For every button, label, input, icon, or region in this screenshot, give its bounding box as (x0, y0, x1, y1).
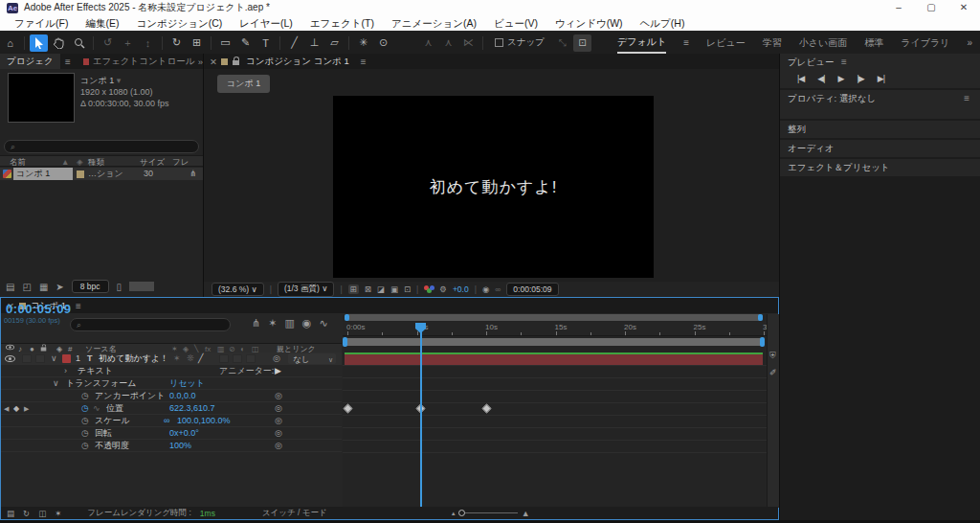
status-toggle-2-icon[interactable]: ↻ (23, 509, 30, 518)
zoom-in-mountain-icon[interactable]: ▲ (522, 509, 530, 518)
clone-stamp-tool-icon[interactable]: ⊥ (305, 34, 323, 52)
timeline-navigator-bar[interactable] (345, 314, 763, 321)
mask-visibility-icon[interactable]: ◪ (377, 284, 385, 294)
workspace-menu-icon[interactable]: ≡ (683, 37, 689, 48)
zoom-out-mountain-icon[interactable]: ▲ (451, 511, 457, 516)
comp-viewer-tab[interactable]: コンポ 1 (217, 75, 270, 93)
transform-group-row[interactable]: ∨ トランスフォーム リセット (1, 377, 342, 390)
time-ruler[interactable]: 0:00s05s10s15s20s25s30s (343, 322, 767, 336)
frame-blending-icon[interactable]: ▥ (284, 317, 294, 330)
anchor-pickwhip-icon[interactable]: ◎ (275, 390, 282, 402)
motion-blur-icon[interactable]: ◉ (302, 317, 312, 330)
exposure-value[interactable]: +0.0 (453, 284, 469, 294)
parent-dropdown[interactable]: なし∨ (288, 353, 336, 364)
properties-panel-menu-icon[interactable]: ≡ (964, 90, 969, 107)
layer-audio-box[interactable] (22, 354, 32, 363)
layer-box-1[interactable] (219, 354, 229, 363)
opacity-stopwatch-icon[interactable]: ◷ (81, 440, 89, 452)
status-toggle-4-icon[interactable]: ✶ (55, 509, 61, 518)
align-panel-header[interactable]: 整列 (780, 121, 980, 138)
roto-brush-tool-icon[interactable]: ✳ (354, 34, 372, 52)
project-settings-icon[interactable]: ➤ (56, 282, 63, 292)
workspace-tab-2[interactable]: 学習 (763, 34, 782, 53)
flyout-arrow-icon[interactable]: ▾ (117, 76, 122, 85)
preview-panel-menu-icon[interactable]: ≡ (841, 57, 847, 67)
text-group-label[interactable]: テキスト (78, 365, 113, 377)
menu-item-6[interactable]: ビュー(V) (485, 15, 546, 31)
layer-solo-box[interactable] (35, 354, 45, 363)
timeline-panel-menu-icon[interactable]: ≡ (76, 301, 81, 311)
menu-item-0[interactable]: ファイル(F) (6, 15, 77, 31)
menu-item-4[interactable]: エフェクト(T) (301, 15, 383, 31)
brush-tool-icon[interactable]: ╱ (285, 34, 303, 52)
exposure-gear-icon[interactable]: ⚙ (439, 284, 447, 294)
comp-marker-icon[interactable]: ✐ (769, 368, 777, 377)
play-icon[interactable]: ▶ (838, 74, 844, 83)
selection-tool-icon[interactable] (30, 34, 48, 52)
local-axis-mode-icon[interactable]: ⋏ (419, 34, 437, 52)
snapshot-camera-icon[interactable]: ◉ (482, 284, 489, 294)
layer-visibility-icon[interactable] (5, 355, 15, 362)
sort-arrow-icon[interactable]: ▲ (61, 157, 69, 167)
menu-item-2[interactable]: コンポジション(C) (127, 15, 231, 31)
layer-label-color[interactable] (62, 354, 71, 363)
shrink-icon[interactable]: ⤡ (553, 34, 571, 52)
rectangle-tool-icon[interactable]: ▭ (216, 34, 234, 52)
previous-frame-icon[interactable]: ◀| (817, 74, 824, 83)
scale-label[interactable]: スケール (95, 415, 130, 427)
position-label[interactable]: 位置 (106, 402, 123, 415)
project-scrollbar[interactable] (129, 282, 154, 291)
pan-camera-tool-icon[interactable]: + (119, 34, 137, 52)
rotation-label[interactable]: 回転 (95, 427, 112, 440)
project-row-name[interactable]: コンポ 1 (13, 168, 73, 180)
tab-project[interactable]: プロジェクト (0, 54, 60, 69)
graph-editor-icon[interactable]: ∿ (319, 317, 327, 330)
playhead-line[interactable] (420, 330, 422, 508)
switches-modes-toggle[interactable]: スイッチ / モード (262, 508, 327, 519)
position-pickwhip-icon[interactable]: ◎ (275, 402, 282, 415)
label-column-icon[interactable]: ◈ (77, 157, 83, 167)
new-folder-icon[interactable]: ◰ (22, 282, 31, 292)
expand-arrow-icon[interactable]: › (64, 365, 67, 377)
new-comp-icon[interactable]: ▦ (39, 282, 48, 292)
workspace-tab-0[interactable]: デフォルト (617, 33, 666, 54)
transform-label[interactable]: トランスフォーム (66, 377, 136, 390)
status-toggle-1-icon[interactable]: ▤ (7, 509, 14, 518)
position-value[interactable]: 622.3,610.7 (169, 402, 215, 415)
project-search-input[interactable]: ⌕ (4, 140, 199, 153)
position-row[interactable]: ◀ ◆ ▶ ◷ ∿ 位置 622.3,610.7 ◎ (1, 402, 342, 415)
anchor-point-row[interactable]: ◷ アンカーポイント 0.0,0.0 ◎ (1, 390, 342, 402)
scale-link-icon[interactable]: ∞ (164, 415, 169, 427)
animator-add-icon[interactable]: ▶ (275, 365, 281, 377)
comp-marker-shield-icon[interactable]: ⛨ (769, 351, 776, 361)
view-axis-mode-icon[interactable]: ⋉ (459, 34, 478, 52)
position-stopwatch-icon[interactable]: ◷ (81, 402, 89, 415)
snap-checkbox[interactable] (495, 38, 503, 47)
show-snapshot-icon[interactable]: ∞ (495, 284, 501, 294)
text-property-group-row[interactable]: › テキスト アニメーター: ▶ (1, 365, 342, 377)
position-keyframe-0[interactable] (343, 404, 352, 414)
more-workspaces-icon[interactable]: » (967, 37, 972, 48)
layer-switch-2[interactable]: ❊ (187, 352, 194, 365)
close-button[interactable]: ✕ (947, 0, 980, 15)
layer-duration-bar[interactable] (345, 352, 763, 365)
workspace-tab-5[interactable]: ライブラリ (901, 34, 949, 53)
maximize-button[interactable]: ▢ (915, 0, 947, 15)
zoom-tool-icon[interactable] (70, 34, 88, 52)
next-frame-icon[interactable]: |▶ (857, 74, 863, 83)
color-depth-button[interactable]: 8 bpc (72, 280, 109, 293)
workspace-tab-3[interactable]: 小さい画面 (799, 34, 847, 53)
workspace-tab-1[interactable]: レビュー (706, 34, 746, 53)
layer-name[interactable]: 初めて動かすよ！ (99, 352, 168, 365)
menu-item-1[interactable]: 編集(E) (77, 15, 127, 31)
rotation-row[interactable]: ◷ 回転 0x+0.0° ◎ (1, 427, 342, 440)
next-keyframe-icon[interactable]: ▶ (24, 402, 29, 415)
comp-panel-menu-icon[interactable]: ≡ (361, 57, 367, 67)
menu-item-8[interactable]: ヘルプ(H) (632, 15, 694, 31)
hand-tool-icon[interactable] (50, 34, 68, 52)
panel-close-icon[interactable]: ✕ (210, 57, 217, 67)
parent-pickwhip-icon[interactable]: ◎ (273, 352, 280, 365)
tab-composition[interactable]: コンポジション コンポ 1 (239, 54, 356, 69)
layer-switch-1[interactable]: ✶ (173, 352, 181, 365)
composition-viewport[interactable]: 初めて動かすよ! (333, 96, 654, 278)
